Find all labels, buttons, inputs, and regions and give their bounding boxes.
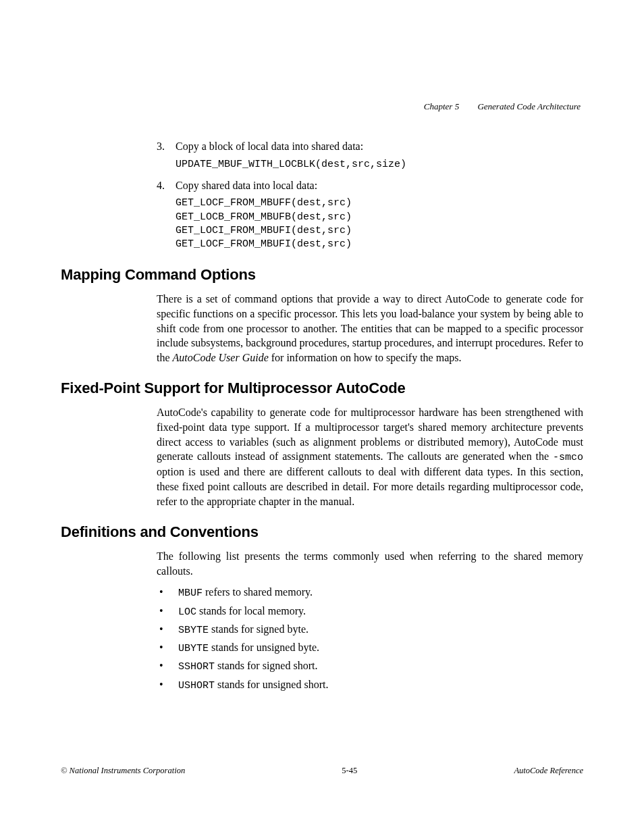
inline-code: UBYTE — [178, 643, 209, 654]
bullet-text: SSHORT stands for signed short. — [178, 658, 317, 674]
bullet-dot: • — [157, 677, 178, 693]
text-run: AutoCode's capability to generate code f… — [157, 407, 583, 462]
bullet-dot: • — [157, 658, 178, 674]
text-run: refers to shared memory. — [203, 586, 313, 598]
bullet-item: •MBUF refers to shared memory. — [157, 585, 583, 600]
inline-code: MBUF — [178, 588, 203, 599]
paragraph: AutoCode's capability to generate code f… — [157, 405, 583, 509]
item-text: Copy shared data into local data: — [176, 178, 583, 193]
inline-code: LOC — [178, 606, 196, 618]
chapter-label: Chapter 5 — [424, 101, 459, 111]
bullet-dot: • — [157, 585, 178, 600]
inline-code: SBYTE — [178, 625, 209, 636]
page-footer: © National Instruments Corporation 5-45 … — [61, 766, 583, 776]
bullet-text: LOC stands for local memory. — [178, 604, 306, 619]
bullet-item: •UBYTE stands for unsigned byte. — [157, 640, 583, 656]
bullet-item: •LOC stands for local memory. — [157, 604, 583, 619]
bullet-item: •SSHORT stands for signed short. — [157, 658, 583, 674]
bullet-text: USHORT stands for unsigned short. — [178, 677, 328, 693]
footer-page-number: 5-45 — [342, 766, 357, 776]
bullet-text: SBYTE stands for signed byte. — [178, 622, 308, 637]
inline-code: USHORT — [178, 680, 215, 692]
text-run: for information on how to specify the ma… — [269, 352, 462, 363]
list-item: 3. Copy a block of local data into share… — [157, 139, 583, 154]
paragraph: The following list presents the terms co… — [157, 549, 583, 578]
text-run: stands for local memory. — [196, 605, 306, 617]
code-block: GET_LOCF_FROM_MBUFF(dest,src) GET_LOCB_F… — [176, 197, 583, 251]
footer-left: © National Instruments Corporation — [61, 766, 185, 776]
page-header: Chapter 5 Generated Code Architecture — [61, 101, 583, 112]
bullet-item: •USHORT stands for unsigned short. — [157, 677, 583, 693]
bullet-dot: • — [157, 622, 178, 637]
text-run: stands for signed short. — [215, 660, 317, 671]
bullet-item: •SBYTE stands for signed byte. — [157, 622, 583, 637]
item-number: 4. — [157, 178, 176, 193]
bullet-text: UBYTE stands for unsigned byte. — [178, 640, 319, 656]
footer-right: AutoCode Reference — [514, 766, 583, 776]
text-run: stands for unsigned byte. — [209, 642, 319, 653]
bullet-text: MBUF refers to shared memory. — [178, 585, 313, 600]
chapter-title: Generated Code Architecture — [477, 101, 581, 111]
inline-code: -smco — [553, 452, 583, 463]
section-heading-mapping: Mapping Command Options — [61, 266, 583, 284]
section-heading-definitions: Definitions and Conventions — [61, 523, 583, 541]
section-heading-fixedpoint: Fixed-Point Support for Multiprocessor A… — [61, 380, 583, 397]
list-item: 4. Copy shared data into local data: — [157, 178, 583, 193]
inline-code: SSHORT — [178, 661, 215, 673]
body-content: 3. Copy a block of local data into share… — [157, 139, 583, 251]
item-text: Copy a block of local data into shared d… — [176, 139, 583, 154]
item-number: 3. — [157, 139, 176, 154]
bullet-dot: • — [157, 604, 178, 619]
paragraph: There is a set of command options that p… — [157, 292, 583, 365]
italic-title: AutoCode User Guide — [173, 352, 269, 363]
text-run: option is used and there are different c… — [157, 466, 583, 506]
text-run: stands for unsigned short. — [215, 679, 328, 690]
bullet-dot: • — [157, 640, 178, 656]
text-run: stands for signed byte. — [209, 623, 308, 635]
bullet-list: •MBUF refers to shared memory.•LOC stand… — [157, 585, 583, 693]
numbered-list: 3. Copy a block of local data into share… — [157, 139, 583, 251]
code-block: UPDATE_MBUF_WITH_LOCBLK(dest,src,size) — [176, 158, 583, 172]
